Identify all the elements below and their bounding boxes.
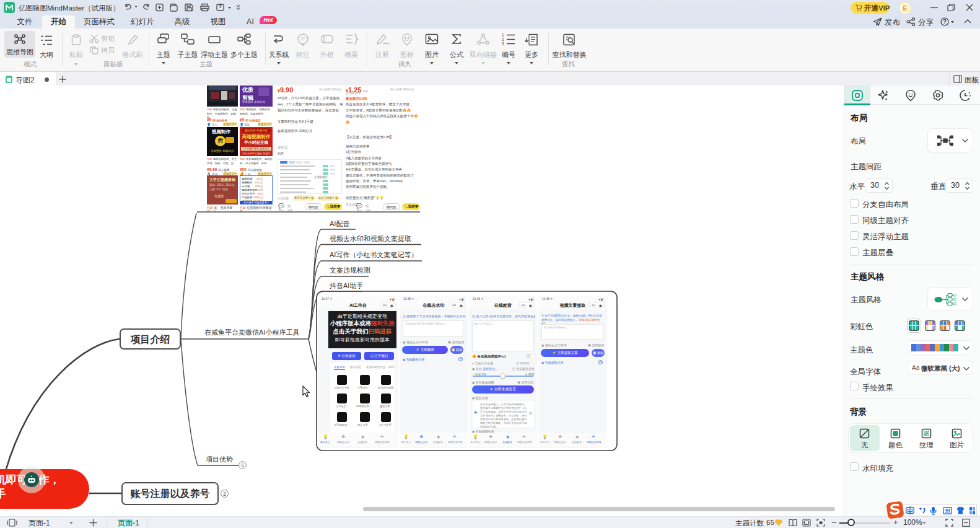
svg-text:2: 2 bbox=[502, 37, 504, 42]
svg-text:1: 1 bbox=[502, 33, 504, 37]
svg-text:3: 3 bbox=[502, 42, 504, 46]
